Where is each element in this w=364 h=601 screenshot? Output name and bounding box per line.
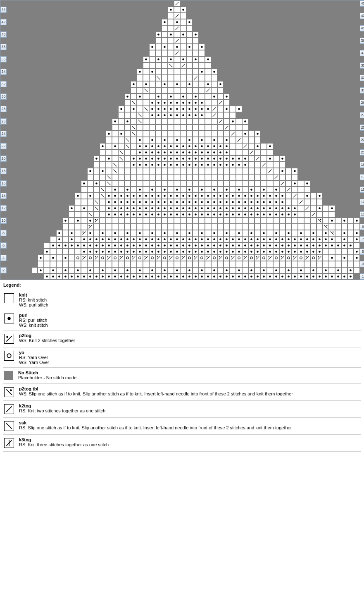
stitch-cell	[273, 168, 279, 174]
svg-point-520	[182, 251, 184, 253]
stitch-cell	[255, 193, 261, 199]
svg-line-45	[145, 89, 148, 92]
stitch-cell	[347, 168, 354, 174]
svg-point-610	[40, 269, 42, 271]
stitch-cell	[335, 44, 341, 50]
stitch-cell	[38, 13, 44, 19]
stitch-cell	[168, 255, 174, 261]
stitch-cell	[186, 93, 193, 100]
stitch-cell	[31, 174, 38, 180]
stitch-cell	[69, 56, 75, 62]
stitch-cell	[255, 249, 261, 255]
stitch-cell	[310, 249, 316, 255]
svg-point-28	[195, 58, 197, 60]
stitch-cell	[44, 44, 50, 50]
stitch-cell	[329, 13, 335, 19]
svg-point-246	[182, 195, 184, 197]
stitch-cell	[131, 81, 137, 87]
svg-point-11	[157, 34, 159, 36]
svg-line-204	[269, 170, 272, 173]
svg-point-478	[201, 244, 203, 247]
stitch-cell	[236, 19, 242, 25]
stitch-cell	[267, 13, 273, 19]
stitch-cell	[211, 211, 217, 218]
stitch-cell	[186, 218, 193, 224]
svg-point-76	[195, 108, 197, 110]
stitch-cell	[69, 131, 75, 137]
stitch-cell	[124, 249, 131, 255]
svg-point-565	[151, 257, 154, 259]
stitch-cell	[285, 236, 292, 242]
stitch-cell	[143, 149, 149, 156]
svg-point-691	[10, 389, 12, 391]
stitch-cell	[131, 267, 137, 273]
stitch-cell	[87, 13, 93, 19]
stitch-cell	[329, 162, 335, 168]
svg-point-553	[102, 257, 104, 259]
stitch-cell	[285, 112, 292, 118]
stitch-cell	[7, 93, 13, 100]
stitch-cell	[335, 31, 341, 38]
svg-point-342	[151, 213, 153, 215]
svg-point-418	[126, 238, 128, 240]
stitch-cell	[100, 211, 106, 218]
stitch-cell	[62, 106, 69, 112]
svg-line-107	[126, 139, 129, 142]
stitch-cell	[112, 168, 118, 174]
stitch-cell	[186, 236, 193, 242]
stitch-cell	[69, 31, 75, 38]
stitch-cell	[292, 19, 298, 25]
stitch-cell	[199, 56, 205, 62]
stitch-cell	[143, 100, 149, 106]
stitch-cell	[242, 236, 248, 242]
stitch-cell	[131, 100, 137, 106]
stitch-cell	[304, 38, 310, 44]
stitch-cell	[81, 255, 87, 261]
stitch-cell	[310, 224, 316, 230]
stitch-cell	[62, 255, 69, 261]
stitch-cell	[279, 273, 285, 280]
svg-point-167	[188, 158, 190, 160]
stitch-cell	[273, 236, 279, 242]
chart-grid: 4544434241403938373635343332313029282726…	[0, 0, 364, 280]
stitch-cell	[19, 205, 25, 211]
stitch-cell	[199, 149, 205, 156]
svg-point-128	[188, 145, 190, 147]
stitch-cell	[205, 218, 211, 224]
svg-point-280	[188, 201, 190, 203]
svg-line-177	[256, 157, 259, 160]
stitch-cell	[155, 100, 162, 106]
stitch-cell	[137, 13, 143, 19]
stitch-cell	[168, 218, 174, 224]
row-label-left	[0, 273, 7, 280]
stitch-cell	[137, 261, 143, 267]
stitch-cell	[124, 56, 131, 62]
stitch-cell	[236, 199, 242, 205]
stitch-cell	[155, 137, 162, 143]
stitch-cell	[100, 137, 106, 143]
stitch-cell	[273, 62, 279, 69]
stitch-cell	[118, 69, 124, 75]
stitch-cell	[341, 199, 347, 205]
stitch-cell	[255, 199, 261, 205]
stitch-cell	[329, 75, 335, 81]
stitch-cell	[81, 143, 87, 149]
stitch-cell	[193, 162, 199, 168]
stitch-cell	[298, 7, 304, 13]
stitch-cell	[38, 187, 44, 193]
stitch-cell	[93, 31, 100, 38]
svg-point-444	[288, 238, 290, 240]
stitch-cell	[347, 38, 354, 44]
svg-point-471	[157, 244, 159, 247]
stitch-cell	[205, 168, 211, 174]
stitch-cell	[137, 50, 143, 56]
stitch-cell	[186, 267, 193, 273]
stitch-cell	[137, 93, 143, 100]
stitch-cell	[285, 156, 292, 162]
stitch-cell	[354, 75, 360, 81]
stitch-cell	[124, 261, 131, 267]
stitch-cell	[354, 56, 360, 62]
stitch-cell	[50, 125, 56, 131]
stitch-cell	[149, 137, 155, 143]
stitch-cell	[93, 149, 100, 156]
